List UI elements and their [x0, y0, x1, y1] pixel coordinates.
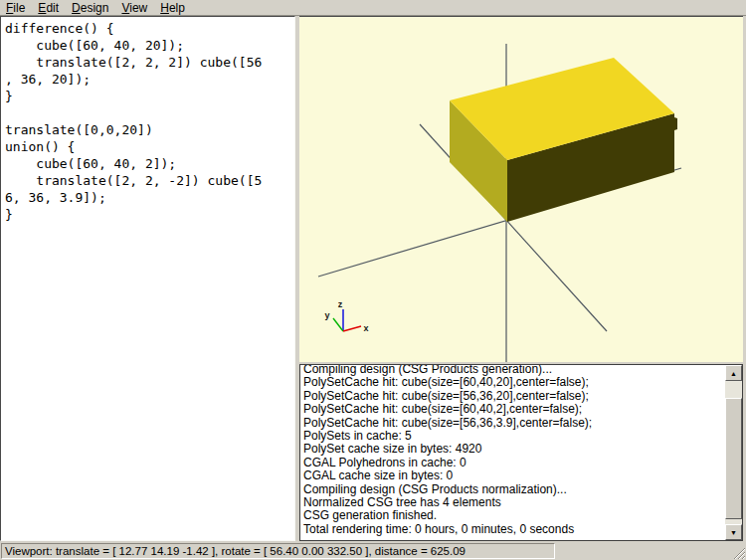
menu-view[interactable]: View	[121, 1, 147, 15]
console-line: CGAL cache size in bytes: 0	[303, 469, 724, 482]
menu-help[interactable]: Help	[160, 1, 185, 15]
scroll-up-icon: ▲	[730, 370, 737, 377]
code-editor-text[interactable]: difference() { cube([60, 40, 20]); trans…	[1, 17, 294, 223]
console-panel: Compiling design (CSG Products generatio…	[299, 364, 743, 541]
openscad-window: File Edit Design View Help difference() …	[0, 0, 746, 560]
scrollbar-thumb[interactable]	[725, 398, 742, 519]
menu-file[interactable]: File	[6, 1, 25, 15]
console-line: Normalized CSG tree has 4 elements	[303, 496, 724, 509]
console-line: Total rendering time: 0 hours, 0 minutes…	[303, 523, 724, 536]
menubar: File Edit Design View Help	[0, 0, 746, 16]
console-output: Compiling design (CSG Products generatio…	[300, 364, 724, 536]
3d-render: z y x	[299, 17, 743, 362]
statusbar: Viewport: translate = [ 12.77 14.19 -1.4…	[0, 542, 746, 560]
indicator-x-label: x	[363, 323, 368, 333]
console-line: PolySetCache hit: cube(size=[60,40,20],c…	[303, 376, 724, 389]
menu-design[interactable]: Design	[72, 1, 108, 15]
console-line: CSG generation finished.	[303, 509, 724, 522]
viewport-status: Viewport: translate = [ 12.77 14.19 -1.4…	[1, 543, 555, 559]
console-line: Compiling design (CSG Products normaliza…	[303, 483, 724, 496]
scroll-up-button[interactable]: ▲	[725, 365, 742, 381]
indicator-y-label: y	[324, 310, 329, 320]
viewport-status-text: Viewport: translate = [ 12.77 14.19 -1.4…	[5, 545, 466, 557]
menu-edit[interactable]: Edit	[38, 1, 59, 15]
console-line: PolySets in cache: 5	[303, 430, 724, 443]
resize-grip-icon[interactable]	[732, 546, 745, 559]
indicator-z-label: z	[338, 299, 343, 309]
console-line: PolySetCache hit: cube(size=[56,36,3.9],…	[303, 417, 724, 430]
code-editor[interactable]: difference() { cube([60, 40, 20]); trans…	[0, 16, 295, 541]
console-scrollbar[interactable]: ▲ ▼	[725, 365, 742, 540]
console-line: PolySetCache hit: cube(size=[60,40,2],ce…	[303, 403, 724, 416]
3d-viewport[interactable]: z y x	[299, 16, 743, 362]
scroll-down-button[interactable]: ▼	[725, 524, 742, 540]
scroll-down-icon: ▼	[730, 529, 737, 536]
console-line: PolySet cache size in bytes: 4920	[303, 443, 724, 456]
console-line: CGAL Polyhedrons in cache: 0	[303, 457, 724, 469]
console-line: PolySetCache hit: cube(size=[56,36,20],c…	[303, 390, 724, 403]
